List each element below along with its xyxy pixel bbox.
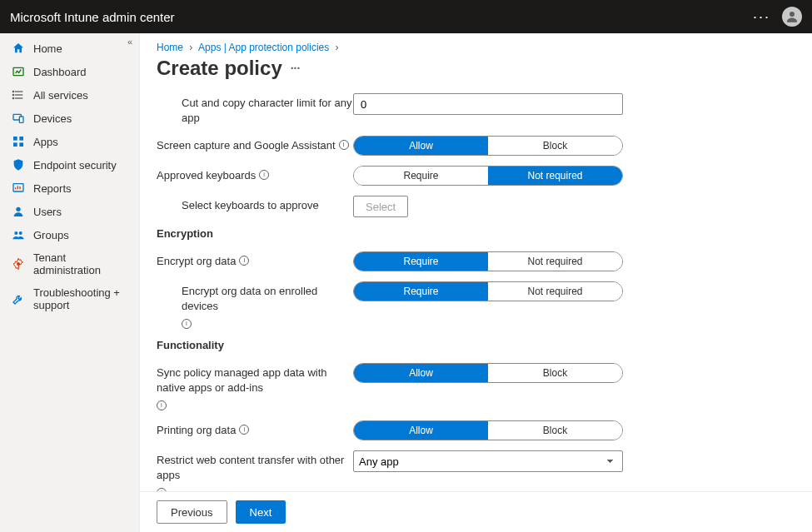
encrypt-org-toggle[interactable]: Require Not required <box>353 251 623 271</box>
collapse-icon[interactable]: « <box>127 37 132 47</box>
chevron-right-icon: › <box>189 42 192 53</box>
approved-keyboards-label: Approved keyboardsi <box>157 166 353 183</box>
encrypt-org-label: Encrypt org datai <box>157 251 353 269</box>
gear-icon <box>12 257 25 271</box>
info-icon[interactable]: i <box>239 425 249 435</box>
screen-capture-label: Screen capture and Google Assistanti <box>157 136 353 153</box>
svg-point-6 <box>12 94 13 95</box>
encryption-heading: Encryption <box>157 227 795 240</box>
svg-point-16 <box>14 231 17 235</box>
sidebar-item-label: Groups <box>33 229 69 241</box>
sidebar-item-label: Home <box>33 42 62 55</box>
svg-point-17 <box>19 231 22 235</box>
opt-block[interactable]: Block <box>488 421 622 440</box>
sidebar-item-all-services[interactable]: All services <box>0 83 139 107</box>
opt-allow[interactable]: Allow <box>354 137 488 155</box>
opt-block[interactable]: Block <box>488 137 622 155</box>
sidebar-item-tenant-administration[interactable]: Tenant administration <box>0 246 139 281</box>
footer: Previous Next <box>140 491 812 532</box>
sidebar-item-apps[interactable]: Apps <box>0 130 139 153</box>
sidebar-item-home[interactable]: Home <box>0 37 139 60</box>
home-icon <box>12 42 25 55</box>
info-icon[interactable]: i <box>339 140 349 150</box>
sidebar-item-label: Apps <box>33 136 58 148</box>
sidebar-item-users[interactable]: Users <box>0 200 139 223</box>
sidebar-item-endpoint-security[interactable]: Endpoint security <box>0 153 139 177</box>
sync-policy-toggle[interactable]: Allow Block <box>353 363 623 383</box>
functionality-heading: Functionality <box>157 339 795 351</box>
svg-rect-13 <box>19 142 23 147</box>
info-icon[interactable]: i <box>239 256 249 266</box>
info-icon[interactable]: i <box>182 319 192 329</box>
select-keyboards-label: Select keyboards to approve <box>157 196 353 213</box>
svg-rect-10 <box>13 137 17 141</box>
sidebar-item-label: Troubleshooting + support <box>33 286 129 311</box>
sync-policy-label: Sync policy managed app data with native… <box>157 363 353 410</box>
chevron-right-icon: › <box>336 42 339 53</box>
restrict-web-label: Restrict web content transfer with other… <box>157 450 353 491</box>
breadcrumb-home[interactable]: Home <box>157 42 183 53</box>
sidebar-item-troubleshooting[interactable]: Troubleshooting + support <box>0 281 139 316</box>
form-area: Cut and copy character limit for any app… <box>140 88 812 491</box>
breadcrumb: Home › Apps | App protection policies › <box>157 42 795 53</box>
cut-copy-limit-input[interactable] <box>353 93 623 115</box>
sidebar-item-label: Endpoint security <box>33 159 117 172</box>
opt-allow[interactable]: Allow <box>354 421 488 440</box>
opt-require[interactable]: Require <box>354 167 488 185</box>
approved-keyboards-toggle[interactable]: Require Not required <box>353 166 623 186</box>
opt-not-required[interactable]: Not required <box>488 252 622 271</box>
apps-icon <box>12 135 25 148</box>
printing-label: Printing org datai <box>157 420 353 438</box>
sidebar-item-label: Devices <box>33 112 72 125</box>
svg-rect-9 <box>19 117 23 122</box>
sidebar-item-dashboard[interactable]: Dashboard <box>0 60 139 83</box>
encrypt-enrolled-label: Encrypt org data on enrolled devicesi <box>157 281 353 329</box>
screen-capture-toggle[interactable]: Allow Block <box>353 136 623 156</box>
svg-point-0 <box>790 12 795 17</box>
svg-point-7 <box>12 97 13 98</box>
more-icon[interactable]: ··· <box>753 8 770 26</box>
sidebar-item-label: All services <box>33 89 88 102</box>
sidebar-item-label: Tenant administration <box>33 251 129 276</box>
previous-button[interactable]: Previous <box>157 500 227 524</box>
opt-require[interactable]: Require <box>354 252 488 271</box>
avatar[interactable] <box>782 7 802 27</box>
info-icon[interactable]: i <box>157 400 167 410</box>
top-bar: Microsoft Intune admin center ··· <box>0 0 812 33</box>
cut-copy-limit-label: Cut and copy character limit for any app <box>157 93 353 126</box>
next-button[interactable]: Next <box>236 500 286 524</box>
info-icon[interactable]: i <box>259 170 269 180</box>
svg-rect-11 <box>19 137 23 141</box>
shield-icon <box>12 158 25 172</box>
opt-block[interactable]: Block <box>488 364 622 382</box>
more-icon[interactable]: ··· <box>291 62 301 75</box>
encrypt-enrolled-toggle[interactable]: Require Not required <box>353 281 623 301</box>
svg-point-15 <box>16 207 20 211</box>
select-keyboards-button[interactable]: Select <box>353 196 408 217</box>
reports-icon <box>12 181 25 195</box>
sidebar: « Home Dashboard All services Devices Ap… <box>0 33 140 532</box>
sidebar-item-label: Users <box>33 206 62 218</box>
sidebar-item-label: Dashboard <box>33 66 87 78</box>
svg-rect-12 <box>13 142 17 147</box>
user-icon <box>12 205 25 218</box>
devices-icon <box>12 112 25 125</box>
sidebar-item-devices[interactable]: Devices <box>0 107 139 130</box>
opt-require[interactable]: Require <box>354 282 488 301</box>
page-title: Create policy ··· <box>140 53 812 88</box>
sidebar-item-groups[interactable]: Groups <box>0 223 139 246</box>
opt-allow[interactable]: Allow <box>354 364 488 382</box>
product-title: Microsoft Intune admin center <box>10 10 175 24</box>
restrict-web-select[interactable]: Any app <box>353 450 623 472</box>
groups-icon <box>12 228 25 241</box>
svg-point-5 <box>12 91 13 92</box>
sidebar-item-label: Reports <box>33 182 72 195</box>
sidebar-item-reports[interactable]: Reports <box>0 177 139 200</box>
dashboard-icon <box>12 65 25 78</box>
printing-toggle[interactable]: Allow Block <box>353 420 623 440</box>
breadcrumb-apps[interactable]: Apps | App protection policies <box>198 42 329 53</box>
opt-not-required[interactable]: Not required <box>488 167 622 185</box>
wrench-icon <box>12 292 25 306</box>
list-icon <box>12 88 25 102</box>
opt-not-required[interactable]: Not required <box>488 282 622 301</box>
